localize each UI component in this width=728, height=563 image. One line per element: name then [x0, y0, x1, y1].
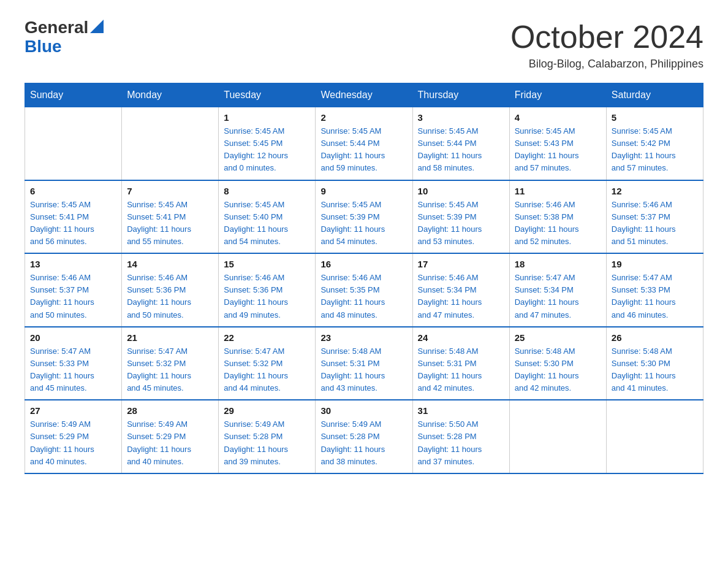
day-info: Sunrise: 5:47 AMSunset: 5:33 PMDaylight:…: [612, 272, 698, 321]
day-number: 8: [224, 186, 310, 196]
day-info: Sunrise: 5:45 AMSunset: 5:43 PMDaylight:…: [515, 125, 601, 175]
week-row-5: 27Sunrise: 5:49 AMSunset: 5:29 PMDayligh…: [25, 400, 703, 473]
day-info: Sunrise: 5:46 AMSunset: 5:34 PMDaylight:…: [418, 272, 504, 321]
calendar-cell: [25, 107, 122, 180]
day-number: 27: [30, 405, 116, 416]
calendar-cell: 28Sunrise: 5:49 AMSunset: 5:29 PMDayligh…: [122, 400, 219, 473]
svg-marker-0: [90, 20, 104, 33]
header-cell-tuesday: Tuesday: [219, 83, 316, 107]
day-info: Sunrise: 5:46 AMSunset: 5:37 PMDaylight:…: [612, 199, 698, 248]
day-number: 22: [224, 332, 310, 343]
header-cell-monday: Monday: [122, 83, 219, 107]
day-number: 23: [320, 332, 407, 343]
day-number: 4: [515, 112, 601, 123]
day-number: 31: [418, 405, 504, 416]
day-info: Sunrise: 5:47 AMSunset: 5:32 PMDaylight:…: [127, 345, 213, 395]
header-cell-friday: Friday: [509, 83, 606, 107]
calendar-cell: 7Sunrise: 5:45 AMSunset: 5:41 PMDaylight…: [122, 180, 219, 254]
logo-blue-text: Blue: [25, 37, 104, 56]
day-number: 1: [224, 112, 310, 123]
day-info: Sunrise: 5:49 AMSunset: 5:28 PMDaylight:…: [224, 418, 310, 468]
day-number: 15: [224, 259, 310, 269]
day-number: 25: [515, 332, 601, 343]
location-subtitle: Bilog-Bilog, Calabarzon, Philippines: [510, 58, 703, 71]
day-number: 29: [224, 405, 310, 416]
day-number: 9: [320, 186, 407, 196]
day-number: 13: [30, 259, 116, 269]
calendar-cell: 19Sunrise: 5:47 AMSunset: 5:33 PMDayligh…: [606, 253, 703, 327]
day-number: 20: [30, 332, 116, 343]
calendar-cell: 6Sunrise: 5:45 AMSunset: 5:41 PMDaylight…: [25, 180, 122, 254]
week-row-4: 20Sunrise: 5:47 AMSunset: 5:33 PMDayligh…: [25, 327, 703, 400]
header-cell-thursday: Thursday: [412, 83, 509, 107]
title-area: October 2024 Bilog-Bilog, Calabarzon, Ph…: [510, 18, 703, 71]
calendar-cell: 23Sunrise: 5:48 AMSunset: 5:31 PMDayligh…: [316, 327, 412, 400]
day-info: Sunrise: 5:48 AMSunset: 5:31 PMDaylight:…: [418, 345, 504, 395]
week-row-3: 13Sunrise: 5:46 AMSunset: 5:37 PMDayligh…: [25, 253, 703, 327]
day-number: 11: [515, 186, 601, 196]
day-number: 19: [612, 259, 698, 269]
day-number: 12: [612, 186, 698, 196]
day-number: 30: [320, 405, 407, 416]
calendar-body: 1Sunrise: 5:45 AMSunset: 5:45 PMDaylight…: [25, 107, 703, 473]
day-number: 14: [127, 259, 213, 269]
calendar-cell: 2Sunrise: 5:45 AMSunset: 5:44 PMDaylight…: [316, 107, 412, 180]
calendar-cell: 26Sunrise: 5:48 AMSunset: 5:30 PMDayligh…: [606, 327, 703, 400]
calendar-cell: [606, 400, 703, 473]
day-info: Sunrise: 5:45 AMSunset: 5:40 PMDaylight:…: [224, 199, 310, 248]
calendar-cell: 25Sunrise: 5:48 AMSunset: 5:30 PMDayligh…: [509, 327, 606, 400]
day-number: 3: [418, 112, 504, 123]
day-number: 28: [127, 405, 213, 416]
calendar-cell: 16Sunrise: 5:46 AMSunset: 5:35 PMDayligh…: [316, 253, 412, 327]
logo-general-text: General: [25, 18, 88, 37]
day-info: Sunrise: 5:46 AMSunset: 5:37 PMDaylight:…: [30, 272, 116, 321]
day-info: Sunrise: 5:46 AMSunset: 5:35 PMDaylight:…: [320, 272, 407, 321]
calendar-cell: 3Sunrise: 5:45 AMSunset: 5:44 PMDaylight…: [412, 107, 509, 180]
day-info: Sunrise: 5:50 AMSunset: 5:28 PMDaylight:…: [418, 418, 504, 468]
day-number: 24: [418, 332, 504, 343]
calendar-cell: 9Sunrise: 5:45 AMSunset: 5:39 PMDaylight…: [316, 180, 412, 254]
day-info: Sunrise: 5:45 AMSunset: 5:41 PMDaylight:…: [127, 199, 213, 248]
logo: General Blue: [25, 18, 104, 56]
day-info: Sunrise: 5:45 AMSunset: 5:44 PMDaylight:…: [320, 125, 407, 175]
week-row-1: 1Sunrise: 5:45 AMSunset: 5:45 PMDaylight…: [25, 107, 703, 180]
day-number: 5: [612, 112, 698, 123]
day-info: Sunrise: 5:46 AMSunset: 5:36 PMDaylight:…: [224, 272, 310, 321]
calendar-header: SundayMondayTuesdayWednesdayThursdayFrid…: [25, 83, 703, 107]
day-info: Sunrise: 5:46 AMSunset: 5:36 PMDaylight:…: [127, 272, 213, 321]
day-info: Sunrise: 5:45 AMSunset: 5:42 PMDaylight:…: [612, 125, 698, 175]
calendar-cell: 30Sunrise: 5:49 AMSunset: 5:28 PMDayligh…: [316, 400, 412, 473]
calendar-cell: 18Sunrise: 5:47 AMSunset: 5:34 PMDayligh…: [509, 253, 606, 327]
day-info: Sunrise: 5:45 AMSunset: 5:44 PMDaylight:…: [418, 125, 504, 175]
day-info: Sunrise: 5:47 AMSunset: 5:32 PMDaylight:…: [224, 345, 310, 395]
calendar-cell: 11Sunrise: 5:46 AMSunset: 5:38 PMDayligh…: [509, 180, 606, 254]
day-number: 16: [320, 259, 407, 269]
calendar-table: SundayMondayTuesdayWednesdayThursdayFrid…: [25, 83, 703, 474]
calendar-cell: 20Sunrise: 5:47 AMSunset: 5:33 PMDayligh…: [25, 327, 122, 400]
page-header: General Blue October 2024 Bilog-Bilog, C…: [25, 18, 703, 71]
calendar-cell: 29Sunrise: 5:49 AMSunset: 5:28 PMDayligh…: [219, 400, 316, 473]
calendar-cell: 24Sunrise: 5:48 AMSunset: 5:31 PMDayligh…: [412, 327, 509, 400]
calendar-cell: 8Sunrise: 5:45 AMSunset: 5:40 PMDaylight…: [219, 180, 316, 254]
day-info: Sunrise: 5:46 AMSunset: 5:38 PMDaylight:…: [515, 199, 601, 248]
day-number: 26: [612, 332, 698, 343]
day-info: Sunrise: 5:49 AMSunset: 5:29 PMDaylight:…: [30, 418, 116, 468]
calendar-cell: 21Sunrise: 5:47 AMSunset: 5:32 PMDayligh…: [122, 327, 219, 400]
calendar-cell: 1Sunrise: 5:45 AMSunset: 5:45 PMDaylight…: [219, 107, 316, 180]
day-number: 17: [418, 259, 504, 269]
day-info: Sunrise: 5:45 AMSunset: 5:39 PMDaylight:…: [418, 199, 504, 248]
day-info: Sunrise: 5:45 AMSunset: 5:39 PMDaylight:…: [320, 199, 407, 248]
calendar-cell: 13Sunrise: 5:46 AMSunset: 5:37 PMDayligh…: [25, 253, 122, 327]
day-number: 10: [418, 186, 504, 196]
day-info: Sunrise: 5:47 AMSunset: 5:33 PMDaylight:…: [30, 345, 116, 395]
calendar-cell: [509, 400, 606, 473]
calendar-cell: 10Sunrise: 5:45 AMSunset: 5:39 PMDayligh…: [412, 180, 509, 254]
logo-triangle-icon: [90, 20, 104, 33]
calendar-cell: [122, 107, 219, 180]
day-info: Sunrise: 5:49 AMSunset: 5:28 PMDaylight:…: [320, 418, 407, 468]
header-cell-wednesday: Wednesday: [316, 83, 412, 107]
calendar-cell: 14Sunrise: 5:46 AMSunset: 5:36 PMDayligh…: [122, 253, 219, 327]
day-info: Sunrise: 5:45 AMSunset: 5:41 PMDaylight:…: [30, 199, 116, 248]
day-info: Sunrise: 5:49 AMSunset: 5:29 PMDaylight:…: [127, 418, 213, 468]
calendar-cell: 17Sunrise: 5:46 AMSunset: 5:34 PMDayligh…: [412, 253, 509, 327]
